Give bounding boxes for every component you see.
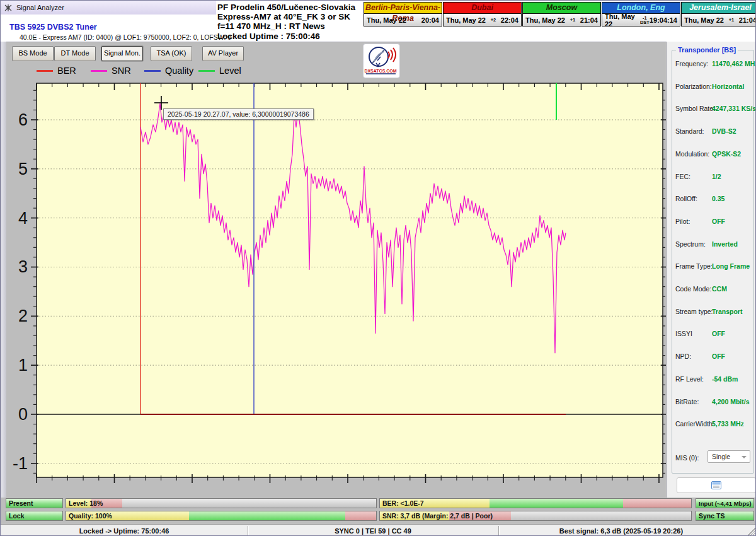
quality-label: Quality: 100% bbox=[69, 511, 112, 521]
svg-text:4: 4 bbox=[18, 209, 28, 228]
clock-london: London, Eng Thu, May 22-1DST19:04:14 bbox=[602, 2, 680, 26]
statusbar-bestsignal: Best signal: 6,3 dB (2025-05-19 20:26) bbox=[498, 525, 744, 536]
transponder-panel: Transponder [BS] MIS (0): Single Frequen… bbox=[666, 42, 756, 498]
tab-bs-mode[interactable]: BS Mode bbox=[12, 46, 54, 61]
lock-indicator: Lock bbox=[6, 511, 63, 521]
meter-fill-segment bbox=[189, 511, 345, 520]
tuner-name: TBS 5925 DVBS2 Tuner bbox=[9, 23, 97, 32]
transponder-row: Polarization:Horizontal bbox=[672, 83, 753, 91]
info-line-2: Express-AM7 at 40°E_FK 3 or SK bbox=[217, 12, 364, 21]
meter-fill-segment bbox=[623, 499, 691, 508]
clock-date: Thu, May 22 bbox=[525, 16, 565, 24]
legend-label: BER bbox=[57, 66, 76, 76]
mis-value: Single bbox=[712, 453, 730, 460]
transponder-row: Pilot:OFF bbox=[672, 218, 753, 226]
legend-ber: BER bbox=[37, 66, 76, 76]
mis-label: MIS (0): bbox=[675, 454, 699, 462]
snr-label: SNR: 3,7 dB (Margin: 2,7 dB | Poor) bbox=[382, 511, 493, 521]
snr-meter: SNR: 3,7 dB (Margin: 2,7 dB | Poor) bbox=[379, 511, 692, 521]
transponder-row: ISSYIOFF bbox=[672, 330, 753, 339]
legend-label: Level bbox=[219, 66, 241, 76]
transponder-row: Frequency:11470,462 MHz bbox=[672, 60, 753, 69]
legend-snr: SNR bbox=[91, 66, 131, 76]
clock-date: Thu, May 22 bbox=[367, 16, 406, 24]
window-title: Signal Analyzer bbox=[16, 4, 64, 11]
tab-av-player[interactable]: AV Player bbox=[202, 46, 244, 61]
present-label: Present bbox=[9, 499, 33, 508]
transponder-row: FEC:1/2 bbox=[672, 173, 753, 182]
tab-tsa[interactable]: TSA (OK) bbox=[151, 46, 192, 61]
clock-time: 21:04 bbox=[739, 16, 756, 24]
signal-analyzer-window: Signal Analyzer TBS 5925 DVBS2 Tuner 40.… bbox=[0, 0, 756, 536]
svg-text:6: 6 bbox=[18, 110, 28, 129]
lock-label: Lock bbox=[9, 511, 25, 521]
mis-dropdown[interactable]: Single bbox=[707, 450, 750, 463]
clock-time: 19:04:14 bbox=[650, 16, 677, 24]
logo-text: DXSATCS.COM bbox=[364, 69, 396, 73]
tab-dt-mode[interactable]: DT Mode bbox=[54, 46, 96, 61]
save-icon bbox=[711, 481, 721, 489]
transponder-row: CarrierWidth:5,733 MHz bbox=[672, 420, 753, 429]
transponder-groupbox: Transponder [BS] MIS (0): Single Frequen… bbox=[672, 50, 754, 474]
signal-chart[interactable]: -10123456 bbox=[8, 77, 673, 492]
clock-offset: +2 bbox=[491, 18, 496, 22]
clock-berlin: Berlin-Paris-Vienna-Roma Thu, May 2220:0… bbox=[364, 2, 442, 26]
svg-text:3: 3 bbox=[18, 257, 28, 276]
clock-offset: +1 bbox=[570, 18, 576, 22]
app-icon bbox=[4, 4, 13, 12]
svg-text:5: 5 bbox=[18, 160, 28, 178]
svg-text:1: 1 bbox=[18, 356, 28, 375]
clock-moscow: Moscow Thu, May 22+121:04 bbox=[522, 2, 601, 26]
legend-level: Level bbox=[198, 66, 241, 76]
transponder-row: RF Level:-54 dBm bbox=[672, 375, 753, 384]
clock-time: 22:04 bbox=[501, 16, 518, 24]
legend-label: Quality bbox=[165, 66, 193, 76]
info-line-3: f=11 470 MHz_H : RT News bbox=[217, 21, 364, 31]
tuner-detail: 40.0E - Express AM7 (ID: 0400) @ LOF1: 9… bbox=[20, 33, 231, 41]
chevron-down-icon bbox=[742, 456, 747, 458]
world-clocks: Berlin-Paris-Vienna-Roma Thu, May 2220:0… bbox=[364, 2, 756, 26]
clock-city-label: Moscow bbox=[523, 3, 600, 14]
svg-text:-1: -1 bbox=[13, 454, 28, 473]
status-bar: Locked -> Uptime: 75:00:46 SYNC 0 | TEI … bbox=[1, 524, 756, 536]
titlebar[interactable]: Signal Analyzer bbox=[1, 1, 216, 15]
clock-offset-sub: DST bbox=[640, 20, 650, 25]
transponder-row: Frame Type:Long Frame bbox=[672, 262, 753, 271]
quality-meter: Quality: 100% bbox=[66, 511, 377, 521]
present-indicator: Present bbox=[6, 498, 63, 508]
resize-grip[interactable] bbox=[748, 528, 755, 535]
input-indicator: Input (~4,41 Mbps) bbox=[696, 498, 754, 508]
transponder-row: NPD:OFF bbox=[672, 352, 753, 361]
transponder-row: Standard:DVB-S2 bbox=[672, 127, 753, 136]
station-info: PF Prodelin 450/Lučenec-Slovakia Express… bbox=[217, 3, 364, 41]
ber-meter: BER: <1.0E-7 bbox=[379, 498, 692, 508]
clock-city-label: Dubai bbox=[444, 3, 521, 14]
clock-offset: +1 bbox=[729, 18, 735, 22]
transponder-row: Spectrum:Inverted bbox=[672, 240, 753, 249]
syncts-indicator: Sync TS bbox=[696, 511, 754, 521]
ber-label: BER: <1.0E-7 bbox=[382, 499, 424, 508]
clock-time: 20:04 bbox=[421, 16, 439, 24]
level-meter: Level: 18% bbox=[66, 498, 377, 508]
svg-text:0: 0 bbox=[18, 405, 28, 424]
ber-line-swatch bbox=[37, 70, 53, 72]
transponder-row: Code Mode:CCM bbox=[672, 285, 753, 294]
level-label: Level: 18% bbox=[69, 499, 103, 508]
snapshot-button[interactable] bbox=[677, 477, 756, 493]
transponder-row: Modulation:QPSK-S2 bbox=[672, 150, 753, 159]
left-edge-strip bbox=[1, 42, 6, 498]
tab-signal-mon[interactable]: Signal Mon. bbox=[101, 46, 143, 61]
clock-dubai: Dubai Thu, May 22+222:04 bbox=[443, 2, 522, 26]
clock-date: Thu, May 22 bbox=[684, 16, 724, 24]
clock-time: 21:04 bbox=[580, 16, 598, 24]
chart-tooltip: 2025-05-19 20.27.07, value: 6,3000001907… bbox=[163, 108, 314, 120]
meter-fill-segment bbox=[490, 499, 623, 508]
syncts-label: Sync TS bbox=[699, 511, 724, 521]
level-line-swatch bbox=[198, 70, 215, 72]
clock-jerusalem: Jerusalem-Israel Thu, May 22+121:04 bbox=[681, 2, 756, 26]
svg-text:2: 2 bbox=[18, 306, 28, 325]
header: Signal Analyzer TBS 5925 DVBS2 Tuner 40.… bbox=[1, 1, 756, 42]
transponder-row: BitRate:4,200 Mbit/s bbox=[672, 398, 753, 407]
info-line-1: PF Prodelin 450/Lučenec-Slovakia bbox=[217, 3, 364, 12]
transponder-row: RollOff:0.35 bbox=[672, 195, 753, 204]
